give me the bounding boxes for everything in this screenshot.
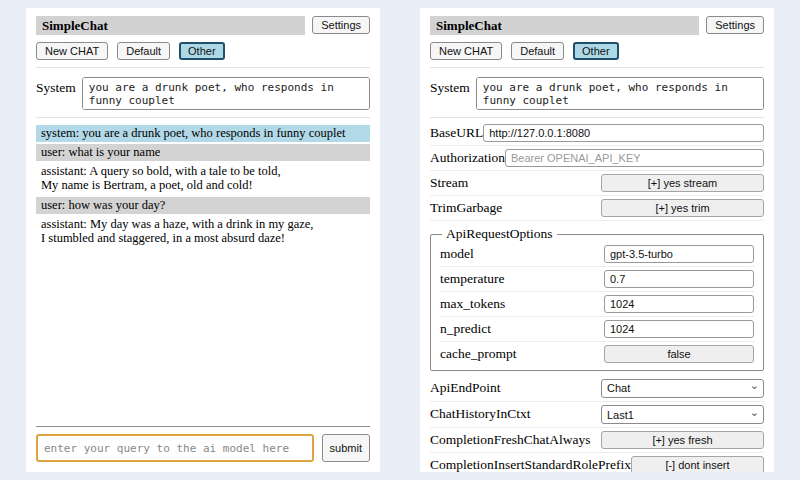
system-prompt-row: System you are a drunk poet, who respond… xyxy=(430,77,764,110)
setting-row-apiendpoint: ApiEndPoint Chat ⌄ xyxy=(430,375,764,402)
query-input[interactable] xyxy=(36,434,314,462)
apiendpoint-label: ApiEndPoint xyxy=(430,380,501,396)
chat-message-user: user: how was your day? xyxy=(36,197,370,214)
chat-panel: SimpleChat Settings New CHAT Default Oth… xyxy=(26,8,380,472)
setting-row-max-tokens: max_tokens xyxy=(440,292,754,317)
header: SimpleChat Settings xyxy=(430,16,764,35)
setting-row-completioninsertstandardroleprefix: CompletionInsertStandardRolePrefix [-] d… xyxy=(430,453,764,472)
setting-row-stream: Stream [+] yes stream xyxy=(430,171,764,196)
setting-row-model: model xyxy=(440,242,754,267)
chathistoryinctxt-select-wrap: Last1 ⌄ xyxy=(601,405,764,425)
stage: SimpleChat Settings New CHAT Default Oth… xyxy=(0,0,800,480)
setting-row-completionfreshchatalways: CompletionFreshChatAlways [+] yes fresh xyxy=(430,428,764,453)
new-chat-button[interactable]: New CHAT xyxy=(36,42,108,60)
session-button-other[interactable]: Other xyxy=(573,42,619,60)
authorization-label: Authorization xyxy=(430,150,505,166)
session-toolbar: New CHAT Default Other xyxy=(36,42,370,60)
trimgarbage-toggle-button[interactable]: [+] yes trim xyxy=(601,199,764,217)
setting-row-authorization: Authorization xyxy=(430,146,764,171)
baseurl-input[interactable] xyxy=(483,124,764,142)
setting-row-baseurl: BaseURL xyxy=(430,121,764,146)
divider xyxy=(430,117,764,118)
chat-message-user: user: what is your name xyxy=(36,144,370,161)
divider xyxy=(430,67,764,68)
submit-button[interactable]: submit xyxy=(322,434,370,462)
settings-list: BaseURL Authorization Stream [+] yes str… xyxy=(430,121,764,472)
temperature-label: temperature xyxy=(440,271,504,287)
query-row: submit xyxy=(36,434,370,462)
baseurl-label: BaseURL xyxy=(430,125,483,141)
app-title: SimpleChat xyxy=(436,18,502,33)
session-button-default[interactable]: Default xyxy=(117,42,170,60)
setting-row-temperature: temperature xyxy=(440,267,754,292)
temperature-input[interactable] xyxy=(604,270,754,288)
app-title-bar: SimpleChat xyxy=(36,16,305,35)
divider xyxy=(36,426,370,427)
header: SimpleChat Settings xyxy=(36,16,370,35)
setting-row-chathistoryinctxt: ChatHistoryInCtxt Last1 ⌄ xyxy=(430,402,764,429)
system-prompt-input[interactable]: you are a drunk poet, who responds in fu… xyxy=(82,77,370,110)
apiendpoint-select-wrap: Chat ⌄ xyxy=(601,378,764,398)
api-request-options-legend: ApiRequestOptions xyxy=(442,226,557,242)
completioninsertstandardroleprefix-toggle-button[interactable]: [-] dont insert xyxy=(631,456,764,472)
max-tokens-label: max_tokens xyxy=(440,296,505,312)
authorization-input[interactable] xyxy=(505,149,764,167)
settings-button[interactable]: Settings xyxy=(312,16,370,34)
system-prompt-label: System xyxy=(430,77,470,110)
max-tokens-input[interactable] xyxy=(604,295,754,313)
stream-label: Stream xyxy=(430,175,468,191)
divider xyxy=(36,67,370,68)
setting-row-trimgarbage: TrimGarbage [+] yes trim xyxy=(430,196,764,221)
chathistoryinctxt-label: ChatHistoryInCtxt xyxy=(430,406,531,422)
new-chat-button[interactable]: New CHAT xyxy=(430,42,502,60)
completionfreshchatalways-toggle-button[interactable]: [+] yes fresh xyxy=(601,431,764,449)
api-request-options-fieldset: ApiRequestOptions model temperature max_… xyxy=(430,226,764,371)
n-predict-input[interactable] xyxy=(604,320,754,338)
chat-message-assistant: assistant: My day was a haze, with a dri… xyxy=(36,216,370,247)
session-button-other[interactable]: Other xyxy=(179,42,225,60)
session-toolbar: New CHAT Default Other xyxy=(430,42,764,60)
system-prompt-input[interactable]: you are a drunk poet, who responds in fu… xyxy=(476,77,764,110)
completioninsertstandardroleprefix-label: CompletionInsertStandardRolePrefix xyxy=(430,457,631,472)
model-label: model xyxy=(440,246,474,262)
divider xyxy=(36,117,370,118)
trimgarbage-label: TrimGarbage xyxy=(430,200,502,216)
app-title-bar: SimpleChat xyxy=(430,16,699,35)
settings-button[interactable]: Settings xyxy=(706,16,764,34)
chat-message-assistant: assistant: A query so bold, with a tale … xyxy=(36,163,370,194)
model-input[interactable] xyxy=(604,245,754,263)
completionfreshchatalways-label: CompletionFreshChatAlways xyxy=(430,432,591,448)
chathistoryinctxt-select[interactable]: Last1 xyxy=(601,405,764,424)
app-title: SimpleChat xyxy=(42,18,108,33)
chat-log: system: you are a drunk poet, who respon… xyxy=(36,125,370,418)
stream-toggle-button[interactable]: [+] yes stream xyxy=(601,174,764,192)
system-prompt-label: System xyxy=(36,77,76,110)
chat-message-system: system: you are a drunk poet, who respon… xyxy=(36,125,370,142)
n-predict-label: n_predict xyxy=(440,321,491,337)
system-prompt-row: System you are a drunk poet, who respond… xyxy=(36,77,370,110)
settings-panel: SimpleChat Settings New CHAT Default Oth… xyxy=(420,8,774,472)
apiendpoint-select[interactable]: Chat xyxy=(601,379,764,398)
setting-row-cache-prompt: cache_prompt false xyxy=(440,342,754,366)
cache-prompt-label: cache_prompt xyxy=(440,346,516,362)
session-button-default[interactable]: Default xyxy=(511,42,564,60)
cache-prompt-toggle-button[interactable]: false xyxy=(604,345,754,363)
setting-row-n-predict: n_predict xyxy=(440,317,754,342)
